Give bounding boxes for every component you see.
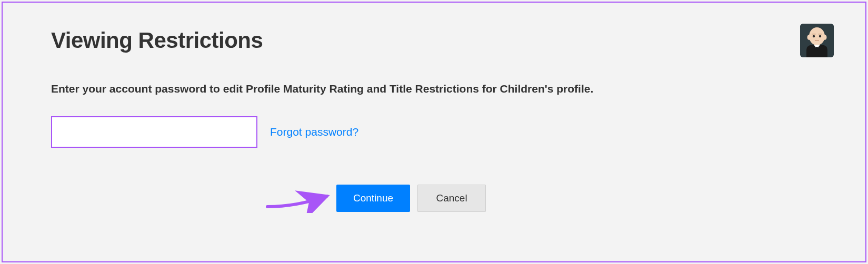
svg-point-5 [819, 35, 821, 37]
content-area: Viewing Restrictions Enter your account … [3, 3, 865, 148]
password-row: Forgot password? [51, 116, 817, 148]
page-title: Viewing Restrictions [51, 28, 817, 53]
forgot-password-link[interactable]: Forgot password? [270, 126, 358, 138]
profile-avatar[interactable] [800, 24, 834, 57]
button-row: Continue Cancel [336, 185, 486, 212]
page-frame: Viewing Restrictions Enter your account … [2, 2, 866, 262]
svg-rect-6 [812, 34, 816, 35]
svg-rect-7 [818, 34, 822, 35]
continue-button[interactable]: Continue [336, 185, 410, 212]
password-input[interactable] [51, 116, 257, 148]
instruction-text: Enter your account password to edit Prof… [51, 83, 817, 95]
avatar-icon [800, 24, 834, 57]
svg-point-3 [823, 35, 827, 40]
cancel-button[interactable]: Cancel [417, 185, 486, 212]
svg-point-2 [807, 35, 811, 40]
svg-point-1 [809, 27, 825, 45]
svg-point-4 [813, 35, 815, 37]
arrow-annotation-icon [265, 181, 338, 213]
